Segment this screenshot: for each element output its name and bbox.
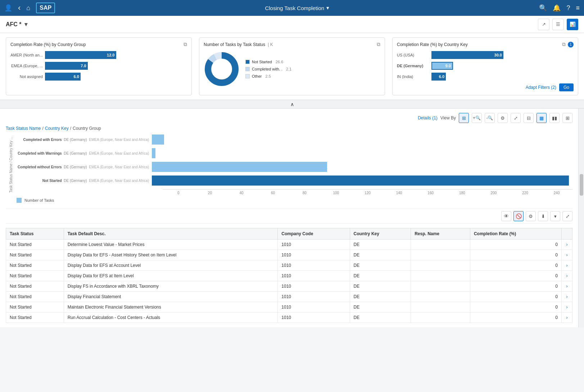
cell-rate: 0 xyxy=(470,302,561,313)
table-settings-button[interactable]: ⚙ xyxy=(526,211,536,221)
expand-button[interactable]: ⤢ xyxy=(511,113,521,123)
bar-value-notassigned: 6.0 xyxy=(73,74,79,79)
col-country-key: Country Key xyxy=(350,228,411,240)
legend-value-completed-with: 2.1 xyxy=(286,67,291,71)
zoom-out-button[interactable]: -🔍 xyxy=(485,113,495,123)
x-tick-0: 0 xyxy=(163,191,194,195)
bar-fill-notassigned: 6.0 xyxy=(45,73,81,81)
card3-copy-icon[interactable]: ⧉ xyxy=(562,41,566,47)
help-icon[interactable]: ? xyxy=(566,4,570,12)
x-tick-40: 40 xyxy=(226,191,257,195)
bar-fill-emea: 7.0 xyxy=(45,62,88,70)
scrollbar-thumb[interactable] xyxy=(580,174,583,196)
main-chart: Task Status Name / Country Key ... Compl… xyxy=(6,135,572,203)
fullscreen-button[interactable]: ⤢ xyxy=(562,211,572,221)
download-button[interactable]: ⬇ xyxy=(538,211,548,221)
main-content-area: Details (1) View By ⊞ +🔍 -🔍 ⚙ ⤢ ⊟ ▦ ▮▮ ⊞… xyxy=(0,109,578,327)
cell-status: Not Started xyxy=(6,302,64,313)
home-icon[interactable]: ⌂ xyxy=(26,4,30,12)
cell-code: 1010 xyxy=(278,281,350,292)
adapt-filters-row: Adapt Filters (2) Go xyxy=(397,83,574,91)
card2-copy-icon[interactable]: ⧉ xyxy=(377,41,380,47)
app-title-chevron[interactable]: ▾ xyxy=(24,21,27,28)
eye-show-button[interactable]: 👁 xyxy=(501,211,511,221)
cell-rate: 0 xyxy=(470,292,561,302)
col-task-desc: Task Default Desc. xyxy=(64,228,278,240)
chart-row-errors: Completed with Errors DE (Germany) EMEA … xyxy=(16,135,572,145)
x-tick-80: 80 xyxy=(289,191,320,195)
chart-view-button[interactable]: 📊 xyxy=(567,19,578,30)
external-link-button[interactable]: ↗ xyxy=(538,19,549,30)
row-arrow-button[interactable]: › xyxy=(562,240,572,250)
bar-value-emea: 7.0 xyxy=(81,64,86,68)
chart-row-no-errors: Completed without Errors DE (Germany) EM… xyxy=(16,162,572,172)
table-layout-button[interactable]: ⊟ xyxy=(524,113,534,123)
main-content: Details (1) View By ⊞ +🔍 -🔍 ⚙ ⤢ ⊟ ▦ ▮▮ ⊞… xyxy=(0,109,578,327)
cell-country: DE xyxy=(350,240,411,250)
row-arrow-button[interactable]: › xyxy=(562,313,572,323)
row-arrow-button[interactable]: › xyxy=(562,250,572,260)
ck-val-us: 30.0 xyxy=(494,53,502,57)
table-view-button[interactable]: ☰ xyxy=(552,19,564,30)
card2-header: Number of Tasks by Task Status | K ⧉ xyxy=(204,41,380,47)
chart-layout-button[interactable]: ▦ xyxy=(537,113,547,123)
eye-hide-button[interactable]: 🚫 xyxy=(513,211,524,221)
table-row: Not Started Determine Lowest Value - Mar… xyxy=(6,240,572,250)
row-arrow-button[interactable]: › xyxy=(562,281,572,292)
cell-status: Not Started xyxy=(6,240,64,250)
menu-icon[interactable]: ≡ xyxy=(576,4,580,12)
chart-row-label-warnings: Completed with Warnings DE (Germany) EME… xyxy=(16,151,149,155)
card2-title: Number of Tasks by Task Status | K xyxy=(204,42,273,47)
cell-code: 1010 xyxy=(278,250,350,260)
title-chevron[interactable]: ▾ xyxy=(326,5,329,11)
table-row: Not Started Display Data for EFS at Acco… xyxy=(6,260,572,271)
ck-bar-de: DE (Germany) 9.0 xyxy=(397,62,574,70)
x-tick-240: 240 xyxy=(541,191,572,195)
breadcrumb-task-status[interactable]: Task Status Name xyxy=(6,126,41,131)
collapse-bar[interactable]: ∧ xyxy=(0,100,584,109)
dropdown-button[interactable]: ▾ xyxy=(550,211,560,221)
row-arrow-button[interactable]: › xyxy=(562,292,572,302)
cell-code: 1010 xyxy=(278,260,350,271)
details-button[interactable]: Details (1) xyxy=(418,115,438,120)
x-tick-180: 180 xyxy=(446,191,478,195)
grid-view-button[interactable]: ⊞ xyxy=(459,113,469,123)
card-completion-by-country-key: Completion Rate (%) by Country Key ⧉ 1 U… xyxy=(392,37,578,95)
x-axis: 0 20 40 60 80 100 120 140 160 180 200 22… xyxy=(163,189,572,195)
card3-title: Completion Rate (%) by Country Key xyxy=(397,42,468,47)
row-arrow-button[interactable]: › xyxy=(562,260,572,271)
back-icon[interactable]: ‹ xyxy=(18,3,21,13)
card3-header: Completion Rate (%) by Country Key ⧉ 1 xyxy=(397,41,574,47)
bar-row-emea: EMEA (Europe, ... 7.0 xyxy=(10,62,187,70)
row-arrow-button[interactable]: › xyxy=(562,302,572,313)
chart-row-bar-no-errors xyxy=(152,162,572,172)
notification-icon[interactable]: 🔔 xyxy=(553,4,561,12)
adapt-filters-button[interactable]: Adapt Filters (2) xyxy=(526,85,556,90)
bar-chart-button[interactable]: ▮▮ xyxy=(549,113,560,123)
breadcrumb-country-group: Country Group xyxy=(73,126,101,131)
cell-code: 1010 xyxy=(278,292,350,302)
scrollbar[interactable] xyxy=(578,109,584,327)
legend-value-other: 2.5 xyxy=(266,74,271,78)
table-row: Not Started Display FS in Accordance wit… xyxy=(6,281,572,292)
ck-label-in: IN (India) xyxy=(397,74,429,79)
card1-header: Completion Rate (%) by Country Group ⧉ xyxy=(10,41,187,47)
ck-bar-fill-us: 30.0 xyxy=(431,51,503,59)
grid-button[interactable]: ⊞ xyxy=(562,113,572,123)
table-row: Not Started Display Data for EFS - Asset… xyxy=(6,250,572,260)
legend-color-completed-with xyxy=(245,67,250,71)
ck-bar-us: US (USA) 30.0 xyxy=(397,51,574,59)
row-arrow-button[interactable]: › xyxy=(562,271,572,281)
cell-rate: 0 xyxy=(470,281,561,292)
user-icon[interactable]: 👤 xyxy=(4,4,12,12)
ck-val-in: 6.0 xyxy=(439,74,444,79)
cell-country: DE xyxy=(350,250,411,260)
zoom-in-button[interactable]: +🔍 xyxy=(472,113,482,123)
go-button[interactable]: Go xyxy=(559,83,574,91)
x-tick-20: 20 xyxy=(194,191,226,195)
search-icon[interactable]: 🔍 xyxy=(539,4,547,12)
breadcrumb-country-key[interactable]: Country Key xyxy=(45,126,69,131)
card1-copy-icon[interactable]: ⧉ xyxy=(184,41,187,47)
settings-button[interactable]: ⚙ xyxy=(498,113,508,123)
cell-resp xyxy=(411,292,470,302)
